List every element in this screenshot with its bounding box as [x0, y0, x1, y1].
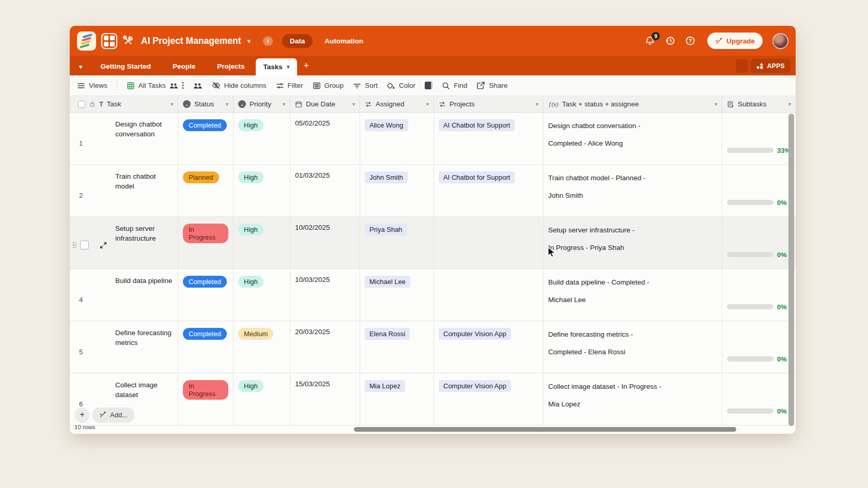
hide-columns-button[interactable]: Hide columns: [212, 81, 267, 90]
table-row[interactable]: 4 Build data pipeline Completed High 10/…: [70, 269, 796, 321]
column-header-priority[interactable]: ⌄ Priority ▾: [234, 96, 290, 112]
cell-status[interactable]: In Progress: [178, 373, 234, 425]
column-header-task[interactable]: T Task ▾: [70, 96, 178, 112]
column-header-assigned[interactable]: Assigned ▾: [360, 96, 434, 112]
row-height-button[interactable]: [425, 82, 432, 89]
table-row[interactable]: 2 Train chatbot model Planned High 01/03…: [70, 165, 796, 217]
cell-due-date[interactable]: 10/03/2025: [290, 269, 360, 321]
help-button[interactable]: ?: [685, 36, 695, 46]
column-header-projects[interactable]: Projects ▾: [434, 96, 544, 112]
add-sheet-button[interactable]: +: [303, 60, 309, 71]
cell-status[interactable]: Completed: [178, 321, 234, 373]
add-row-button[interactable]: +: [75, 407, 89, 422]
column-header-subtasks[interactable]: Subtasks ▾: [722, 96, 796, 112]
nav-automation[interactable]: Automation: [317, 34, 371, 48]
cell-assigned[interactable]: Michael Lee: [360, 269, 434, 321]
cell-due-date[interactable]: 01/03/2025: [290, 165, 360, 216]
column-header-status[interactable]: ⌄ Status ▾: [178, 96, 234, 112]
cell-status[interactable]: In Progress: [178, 217, 234, 269]
add-menu-button[interactable]: Add...: [92, 407, 134, 422]
cell-formula[interactable]: Setup server infrastructure - In Progres…: [544, 217, 722, 269]
cell-projects[interactable]: Computer Vision App: [434, 321, 544, 373]
info-icon[interactable]: i: [263, 36, 273, 46]
stackby-logo[interactable]: [77, 32, 96, 51]
upgrade-button[interactable]: Upgrade: [707, 33, 763, 49]
cell-priority[interactable]: High: [234, 269, 290, 321]
cell-task[interactable]: 1 Design chatbot conversation: [70, 113, 178, 164]
cell-formula[interactable]: Define forecasting metrics - Completed -…: [544, 321, 722, 373]
cell-due-date[interactable]: 10/02/2025: [290, 217, 360, 269]
column-header-due-date[interactable]: Due Date ▾: [290, 96, 360, 112]
cell-priority[interactable]: High: [234, 373, 290, 425]
cell-formula[interactable]: Design chatbot conversation - Completed …: [544, 113, 722, 164]
color-button[interactable]: Color: [387, 82, 415, 90]
cell-priority[interactable]: Medium: [234, 321, 290, 373]
cell-due-date[interactable]: 15/03/2025: [290, 373, 360, 425]
group-button[interactable]: Group: [313, 82, 344, 90]
cell-subtasks[interactable]: 0%: [722, 373, 796, 425]
cell-assigned[interactable]: Priya Shah: [360, 217, 434, 269]
chevron-down-icon[interactable]: ▾: [247, 37, 251, 45]
cell-assigned[interactable]: Mia Lopez: [360, 373, 434, 425]
cell-priority[interactable]: High: [234, 217, 290, 269]
cell-status[interactable]: Completed: [178, 113, 234, 164]
drag-handle-icon[interactable]: [73, 242, 76, 248]
views-button[interactable]: Views: [77, 82, 107, 90]
cell-formula[interactable]: Build data pipeline - Completed - Michae…: [544, 269, 722, 321]
apps-button[interactable]: APPS: [751, 59, 791, 73]
notifications-button[interactable]: 9: [645, 36, 655, 46]
cell-subtasks[interactable]: 0%: [722, 321, 796, 373]
tab-people[interactable]: People: [162, 62, 206, 70]
expand-record-icon[interactable]: [100, 242, 107, 249]
base-title[interactable]: AI Project Management: [141, 36, 241, 46]
cell-assigned[interactable]: Alice Wong: [360, 113, 434, 164]
cell-status[interactable]: Planned: [178, 165, 234, 216]
panel-toggle[interactable]: [736, 59, 748, 73]
cell-projects[interactable]: [434, 269, 544, 321]
column-header-formula[interactable]: ƒ(x) Task + status + assignee ▾: [544, 96, 722, 112]
cell-projects[interactable]: AI Chatbot for Support: [434, 113, 544, 164]
cell-status[interactable]: Completed: [178, 269, 234, 321]
cell-projects[interactable]: [434, 217, 544, 269]
cell-subtasks[interactable]: 0%: [722, 217, 796, 269]
cell-assigned[interactable]: John Smith: [360, 165, 434, 216]
tab-tasks[interactable]: Tasks ▾: [256, 58, 298, 75]
cell-due-date[interactable]: 20/03/2025: [290, 321, 360, 373]
cell-task[interactable]: 3 Setup server infrastructure: [70, 217, 178, 269]
tab-projects[interactable]: Projects: [206, 62, 255, 70]
table-row[interactable]: 3 Setup server infrastructure In Progres…: [70, 217, 796, 269]
cell-priority[interactable]: High: [234, 113, 290, 164]
tab-getting-started[interactable]: Getting Started: [90, 62, 162, 70]
horizontal-scrollbar[interactable]: [354, 427, 736, 432]
cell-projects[interactable]: AI Chatbot for Support: [434, 165, 544, 216]
cell-projects[interactable]: Computer Vision App: [434, 373, 544, 425]
table-row[interactable]: 5 Define forecasting metrics Completed M…: [70, 321, 796, 373]
history-button[interactable]: [665, 36, 675, 46]
cell-subtasks[interactable]: 0%: [722, 165, 796, 216]
cell-priority[interactable]: High: [234, 165, 290, 216]
cell-task[interactable]: 5 Define forecasting metrics: [70, 321, 178, 373]
cell-formula[interactable]: Collect image dataset - In Progress - Mi…: [544, 373, 722, 425]
nav-data[interactable]: Data: [282, 34, 313, 48]
workspace-grid-icon[interactable]: [101, 33, 117, 49]
cell-assigned[interactable]: Elena Rossi: [360, 321, 434, 373]
avatar[interactable]: [772, 33, 788, 49]
find-button[interactable]: Find: [442, 82, 467, 90]
table-row[interactable]: 1 Design chatbot conversation Completed …: [70, 113, 796, 165]
members-button[interactable]: [193, 82, 203, 89]
cell-task[interactable]: 4 Build data pipeline: [70, 269, 178, 321]
cell-formula[interactable]: Train chatbot model - Planned - John Smi…: [544, 165, 722, 216]
vertical-scrollbar[interactable]: [788, 114, 794, 426]
cell-due-date[interactable]: 05/02/2025: [290, 113, 360, 164]
chevron-down-icon[interactable]: ▾: [79, 63, 83, 71]
cell-subtasks[interactable]: 0%: [722, 269, 796, 321]
row-checkbox[interactable]: [80, 241, 89, 249]
table-row[interactable]: 6 Collect image dataset In Progress High…: [70, 373, 796, 426]
share-button[interactable]: Share: [476, 81, 507, 90]
cell-task[interactable]: 2 Train chatbot model: [70, 165, 178, 216]
select-all-checkbox[interactable]: [78, 101, 85, 108]
cell-subtasks[interactable]: 33%: [722, 113, 796, 164]
current-view-button[interactable]: All Tasks: [127, 82, 184, 90]
sort-button[interactable]: Sort: [353, 82, 378, 90]
filter-button[interactable]: Filter: [276, 82, 303, 90]
